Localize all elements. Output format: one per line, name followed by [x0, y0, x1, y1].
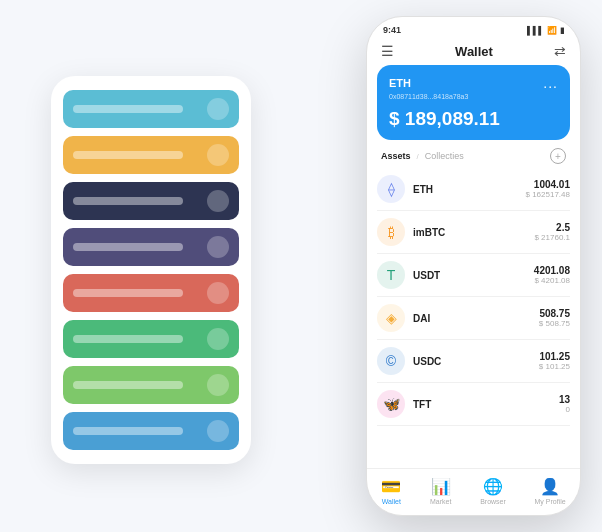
eth-card-top: ETH ...: [389, 75, 558, 91]
card-bar: [73, 335, 183, 343]
token-item-imbtc[interactable]: ₿ imBTC 2.5 $ 21760.1: [377, 211, 570, 254]
card-dot: [207, 328, 229, 350]
card-item-0: [63, 90, 239, 128]
token-amounts-dai: 508.75 $ 508.75: [539, 308, 570, 328]
token-amounts-tft: 13 0: [559, 394, 570, 414]
nav-item-market[interactable]: 📊 Market: [430, 477, 451, 505]
token-icon-eth: ⟠: [377, 175, 405, 203]
token-icon-tft: 🦋: [377, 390, 405, 418]
nav-icon-3: 👤: [540, 477, 560, 496]
card-bar: [73, 151, 183, 159]
token-usd: $ 4201.08: [534, 276, 570, 285]
token-name-dai: DAI: [413, 313, 539, 324]
nav-icon-2: 🌐: [483, 477, 503, 496]
token-item-eth[interactable]: ⟠ ETH 1004.01 $ 162517.48: [377, 168, 570, 211]
token-usd: $ 508.75: [539, 319, 570, 328]
card-item-7: [63, 412, 239, 450]
token-usd: $ 162517.48: [526, 190, 571, 199]
token-name-eth: ETH: [413, 184, 526, 195]
token-usd: 0: [559, 405, 570, 414]
card-item-3: [63, 228, 239, 266]
token-item-usdt[interactable]: T USDT 4201.08 $ 4201.08: [377, 254, 570, 297]
nav-label-2: Browser: [480, 498, 506, 505]
eth-label: ETH: [389, 77, 411, 89]
card-bar: [73, 197, 183, 205]
card-bar: [73, 381, 183, 389]
nav-icon-0: 💳: [381, 477, 401, 496]
eth-card: ETH ... 0x08711d38...8418a78a3 $ 189,089…: [377, 65, 570, 140]
token-icon-dai: ◈: [377, 304, 405, 332]
token-name-usdt: USDT: [413, 270, 534, 281]
card-dot: [207, 190, 229, 212]
token-amount: 13: [559, 394, 570, 405]
tab-collecties[interactable]: Collecties: [425, 151, 464, 161]
expand-icon[interactable]: ⇄: [554, 43, 566, 59]
eth-menu-dots[interactable]: ...: [543, 75, 558, 91]
battery-icon: ▮: [560, 26, 564, 35]
token-amounts-eth: 1004.01 $ 162517.48: [526, 179, 571, 199]
tab-assets[interactable]: Assets: [381, 151, 411, 161]
phone-header: ☰ Wallet ⇄: [367, 39, 580, 65]
nav-item-browser[interactable]: 🌐 Browser: [480, 477, 506, 505]
add-asset-button[interactable]: +: [550, 148, 566, 164]
token-icon-usdt: T: [377, 261, 405, 289]
nav-label-0: Wallet: [382, 498, 401, 505]
token-amounts-usdc: 101.25 $ 101.25: [539, 351, 570, 371]
card-stack: [51, 76, 251, 464]
token-usd: $ 21760.1: [534, 233, 570, 242]
nav-label-3: My Profile: [535, 498, 566, 505]
card-dot: [207, 236, 229, 258]
token-item-usdc[interactable]: © USDC 101.25 $ 101.25: [377, 340, 570, 383]
time: 9:41: [383, 25, 401, 35]
menu-icon[interactable]: ☰: [381, 43, 394, 59]
token-amount: 101.25: [539, 351, 570, 362]
nav-label-1: Market: [430, 498, 451, 505]
card-dot: [207, 144, 229, 166]
token-amount: 2.5: [534, 222, 570, 233]
eth-balance: $ 189,089.11: [389, 108, 558, 130]
card-dot: [207, 282, 229, 304]
nav-icon-1: 📊: [431, 477, 451, 496]
card-item-6: [63, 366, 239, 404]
wifi-icon: 📶: [547, 26, 557, 35]
token-icon-usdc: ©: [377, 347, 405, 375]
nav-item-wallet[interactable]: 💳 Wallet: [381, 477, 401, 505]
token-usd: $ 101.25: [539, 362, 570, 371]
card-bar: [73, 289, 183, 297]
eth-address: 0x08711d38...8418a78a3: [389, 93, 558, 100]
phone-mockup: 9:41 ▌▌▌ 📶 ▮ ☰ Wallet ⇄ ETH ... 0x08711d…: [366, 16, 581, 516]
status-icons: ▌▌▌ 📶 ▮: [527, 26, 564, 35]
tab-divider: /: [417, 152, 419, 161]
card-item-2: [63, 182, 239, 220]
token-icon-imbtc: ₿: [377, 218, 405, 246]
token-list: ⟠ ETH 1004.01 $ 162517.48 ₿ imBTC 2.5 $ …: [367, 168, 580, 468]
card-dot: [207, 374, 229, 396]
card-dot: [207, 420, 229, 442]
token-amounts-imbtc: 2.5 $ 21760.1: [534, 222, 570, 242]
bottom-nav: 💳 Wallet 📊 Market 🌐 Browser 👤 My Profile: [367, 468, 580, 515]
card-item-5: [63, 320, 239, 358]
token-name-tft: TFT: [413, 399, 559, 410]
token-amount: 508.75: [539, 308, 570, 319]
card-item-1: [63, 136, 239, 174]
nav-item-my-profile[interactable]: 👤 My Profile: [535, 477, 566, 505]
token-amount: 1004.01: [526, 179, 571, 190]
status-bar: 9:41 ▌▌▌ 📶 ▮: [367, 17, 580, 39]
card-item-4: [63, 274, 239, 312]
token-name-imbtc: imBTC: [413, 227, 534, 238]
card-bar: [73, 427, 183, 435]
signal-icon: ▌▌▌: [527, 26, 544, 35]
token-name-usdc: USDC: [413, 356, 539, 367]
page-title: Wallet: [455, 44, 493, 59]
token-item-tft[interactable]: 🦋 TFT 13 0: [377, 383, 570, 426]
token-item-dai[interactable]: ◈ DAI 508.75 $ 508.75: [377, 297, 570, 340]
assets-tabs: Assets / Collecties: [381, 151, 464, 161]
token-amount: 4201.08: [534, 265, 570, 276]
assets-header: Assets / Collecties +: [367, 140, 580, 168]
token-amounts-usdt: 4201.08 $ 4201.08: [534, 265, 570, 285]
card-bar: [73, 243, 183, 251]
card-dot: [207, 98, 229, 120]
card-bar: [73, 105, 183, 113]
